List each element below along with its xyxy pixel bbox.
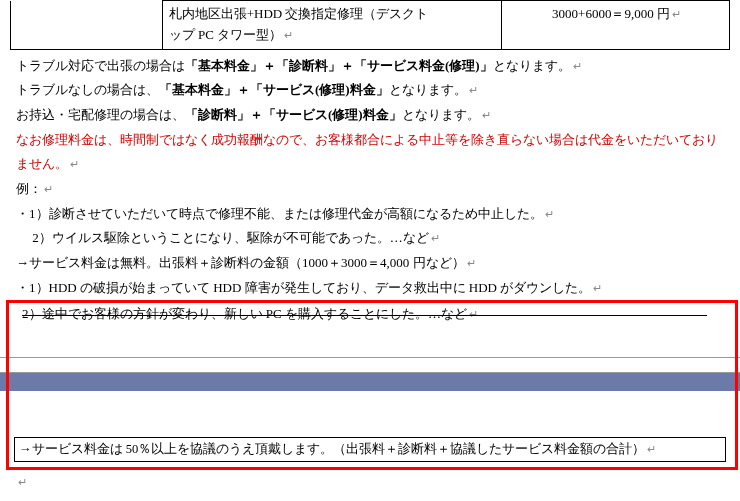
paragraph: ・1）HDD の破損が始まっていて HDD 障害が発生しており、データ救出中に … — [16, 276, 730, 301]
cell-price: 3000+6000＝9,000 円↵ — [502, 1, 730, 50]
text: お持込・宅配修理の場合は、 — [16, 107, 185, 122]
page-break-gap — [0, 357, 740, 373]
struck-line: 2）途中でお客様の方針が変わり、新しい PC を購入することにした。…など↵ — [22, 302, 717, 327]
return-mark: ↵ — [480, 109, 491, 121]
price-text: 3000+6000＝9,000 円 — [552, 6, 670, 21]
desc-line1: 札内地区出張+HDD 交換指定修理（デスクト — [169, 6, 429, 21]
return-mark: ↵ — [68, 158, 79, 170]
paragraph: お持込・宅配修理の場合は、「診断料」＋「サービス(修理)料金」となります。↵ — [16, 103, 730, 128]
text: となります。 — [389, 82, 467, 97]
text: →サービス料金は 50％以上を協議のうえ頂戴します。（出張料＋診断料＋協議したサ… — [19, 442, 645, 456]
document-page: 札内地区出張+HDD 交換指定修理（デスクト ップ PC タワー型）↵ 3000… — [0, 0, 740, 490]
paragraph-red: なお修理料金は、時間制ではなく成功報酬なので、お客様都合による中止等を除き直らな… — [16, 128, 730, 177]
paragraph: 例：↵ — [16, 177, 730, 202]
text-bold: 「基本料金」＋「診断料」＋「サービス料金(修理)」 — [185, 58, 493, 73]
text-bold: 「診断料」＋「サービス(修理)料金」 — [185, 107, 402, 122]
paragraph: 2）ウイルス駆除ということになり、駆除が不可能であった。…など↵ — [16, 226, 730, 251]
cell-label — [11, 1, 163, 50]
return-mark: ↵ — [670, 8, 681, 20]
desc-line2: ップ PC タワー型） — [169, 27, 282, 42]
gap — [0, 391, 740, 437]
paragraph: →サービス料金は無料。出張料＋診断料の金額（1000＋3000＝4,000 円な… — [16, 251, 730, 276]
text-bold: 「基本料金」＋「サービス(修理)料金」 — [159, 82, 389, 97]
return-mark: ↵ — [16, 476, 27, 488]
page-separator-bar — [0, 373, 740, 391]
return-mark: ↵ — [645, 443, 656, 455]
table-row: 札内地区出張+HDD 交換指定修理（デスクト ップ PC タワー型）↵ 3000… — [11, 1, 730, 50]
highlight-region: 2）途中でお客様の方針が変わり、新しい PC を購入することにした。…など↵ →… — [0, 300, 740, 461]
text: トラブルなしの場合は、 — [16, 82, 159, 97]
return-mark: ↵ — [467, 308, 478, 320]
highlight-content: 2）途中でお客様の方針が変わり、新しい PC を購入することにした。…など↵ →… — [0, 300, 740, 461]
price-table: 札内地区出張+HDD 交換指定修理（デスクト ップ PC タワー型）↵ 3000… — [10, 0, 730, 50]
text: 2）途中でお客様の方針が変わり、新しい PC を購入することにした。…など — [22, 306, 467, 321]
return-mark: ↵ — [42, 183, 53, 195]
return-mark: ↵ — [571, 60, 582, 72]
trailing-mark: ↵ — [16, 462, 740, 490]
return-mark: ↵ — [543, 208, 554, 220]
paragraph: トラブル対応で出張の場合は「基本料金」＋「診断料」＋「サービス料金(修理)」とな… — [16, 54, 730, 79]
text: →サービス料金は無料。出張料＋診断料の金額（1000＋3000＝4,000 円な… — [16, 255, 465, 270]
text: トラブル対応で出張の場合は — [16, 58, 185, 73]
return-mark: ↵ — [591, 282, 602, 294]
return-mark: ↵ — [429, 232, 440, 244]
text: となります。 — [402, 107, 480, 122]
body-text: トラブル対応で出張の場合は「基本料金」＋「診断料」＋「サービス料金(修理)」とな… — [16, 54, 730, 301]
return-mark: ↵ — [282, 29, 293, 41]
cell-description: 札内地区出張+HDD 交換指定修理（デスクト ップ PC タワー型）↵ — [162, 1, 501, 50]
return-mark: ↵ — [467, 84, 478, 96]
paragraph: トラブルなしの場合は、「基本料金」＋「サービス(修理)料金」となります。↵ — [16, 78, 730, 103]
paragraph: ・1）診断させていただいて時点で修理不能、または修理代金が高額になるため中止した… — [16, 202, 730, 227]
text: となります。 — [493, 58, 571, 73]
boxed-summary: →サービス料金は 50％以上を協議のうえ頂戴します。（出張料＋診断料＋協議したサ… — [14, 437, 726, 462]
text: 例： — [16, 181, 42, 196]
return-mark: ↵ — [465, 257, 476, 269]
text: 2）ウイルス駆除ということになり、駆除が不可能であった。…など — [16, 230, 429, 245]
text: ・1）HDD の破損が始まっていて HDD 障害が発生しており、データ救出中に … — [16, 280, 591, 295]
text: ・1）診断させていただいて時点で修理不能、または修理代金が高額になるため中止した… — [16, 206, 543, 221]
text-red: なお修理料金は、時間制ではなく成功報酬なので、お客様都合による中止等を除き直らな… — [16, 132, 718, 172]
